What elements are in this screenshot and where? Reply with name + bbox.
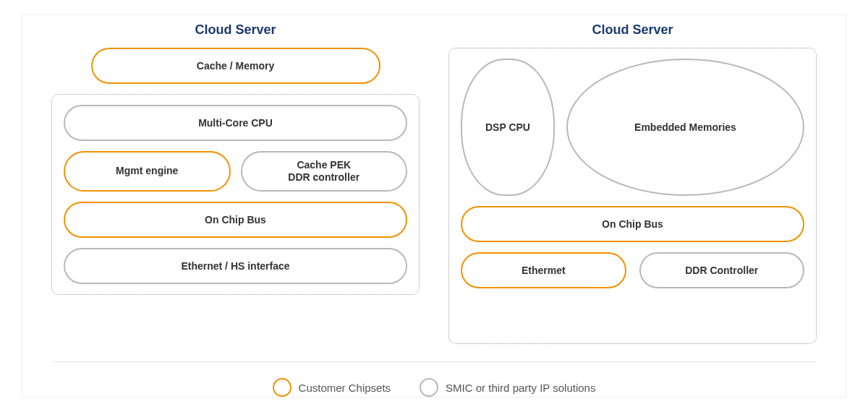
block-label: Mgmt engine xyxy=(116,165,178,178)
right-dashed-container: DSP CPU Embedded Memories On Chip Bus Et… xyxy=(448,48,817,344)
block-ethermet: Ethermet xyxy=(461,252,626,288)
block-dsp-cpu: DSP CPU xyxy=(461,59,555,196)
legend-label: Customer Chipsets xyxy=(299,382,391,394)
block-on-chip-bus-left: On Chip Bus xyxy=(64,202,407,238)
left-title: Cloud Server xyxy=(195,22,276,38)
block-embedded-memories: Embedded Memories xyxy=(566,59,804,196)
block-label: On Chip Bus xyxy=(602,218,663,230)
right-bottom-row: Ethermet DDR Controller xyxy=(461,252,804,288)
block-ddr-controller: DDR Controller xyxy=(639,252,805,288)
legend-item-customer: Customer Chipsets xyxy=(273,378,391,397)
legend-label: SMIC or third party IP solutions xyxy=(446,382,595,394)
diagram-canvas: Cloud Server Cache / Memory Multi-Core C… xyxy=(22,14,846,398)
block-ethernet-hs: Ethernet / HS interface xyxy=(64,248,407,284)
block-label: Multi-Core CPU xyxy=(198,117,273,129)
block-cache-memory: Cache / Memory xyxy=(91,48,380,84)
block-mgmt-engine: Mgmt engine xyxy=(64,151,231,192)
legend-item-smic: SMIC or third party IP solutions xyxy=(420,378,595,397)
block-label: Embedded Memories xyxy=(634,121,736,133)
block-label: DSP CPU xyxy=(485,121,530,133)
columns: Cloud Server Cache / Memory Multi-Core C… xyxy=(51,22,817,344)
right-column: Cloud Server DSP CPU Embedded Memories O… xyxy=(448,22,817,344)
right-title: Cloud Server xyxy=(592,22,673,38)
block-label: Ethernet / HS interface xyxy=(181,260,289,272)
block-cache-pek-ddr: Cache PEK DDR controller xyxy=(241,151,408,192)
legend-swatch-gray xyxy=(420,378,438,397)
legend: Customer Chipsets SMIC or third party IP… xyxy=(51,361,817,397)
block-label: Cache / Memory xyxy=(197,60,274,72)
block-label: On Chip Bus xyxy=(205,214,266,226)
block-label: Cache PEK DDR controller xyxy=(288,159,359,184)
left-dashed-container: Multi-Core CPU Mgmt engine Cache PEK DDR… xyxy=(51,94,420,295)
legend-swatch-orange xyxy=(273,378,292,397)
block-label: DDR Controller xyxy=(685,265,758,276)
block-multi-core-cpu: Multi-Core CPU xyxy=(64,105,407,141)
left-column: Cloud Server Cache / Memory Multi-Core C… xyxy=(51,22,420,344)
block-on-chip-bus-right: On Chip Bus xyxy=(461,206,804,242)
block-label: Ethermet xyxy=(522,265,566,276)
left-row-mgmt-cache: Mgmt engine Cache PEK DDR controller xyxy=(64,151,407,192)
right-top-row: DSP CPU Embedded Memories xyxy=(461,59,804,196)
